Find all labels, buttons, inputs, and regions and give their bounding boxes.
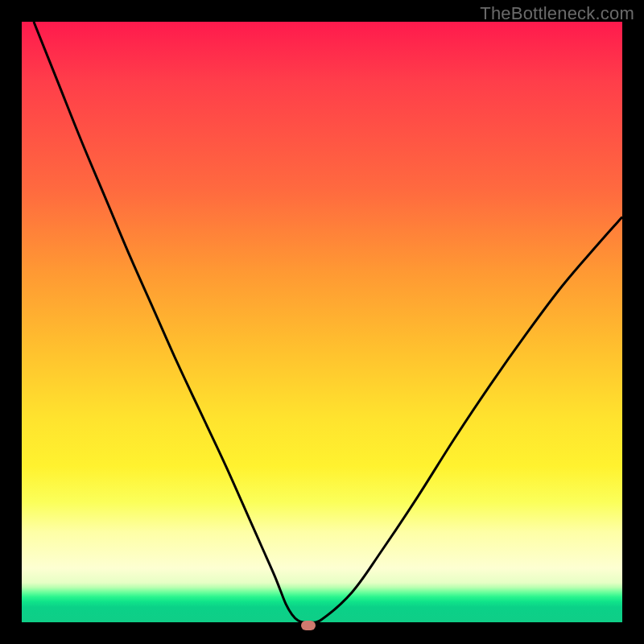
plot-area xyxy=(20,20,624,624)
bottleneck-curve xyxy=(34,22,622,622)
optimal-point-marker xyxy=(301,621,316,630)
chart-frame: TheBottleneck.com xyxy=(0,0,644,644)
curve-svg xyxy=(22,22,622,622)
